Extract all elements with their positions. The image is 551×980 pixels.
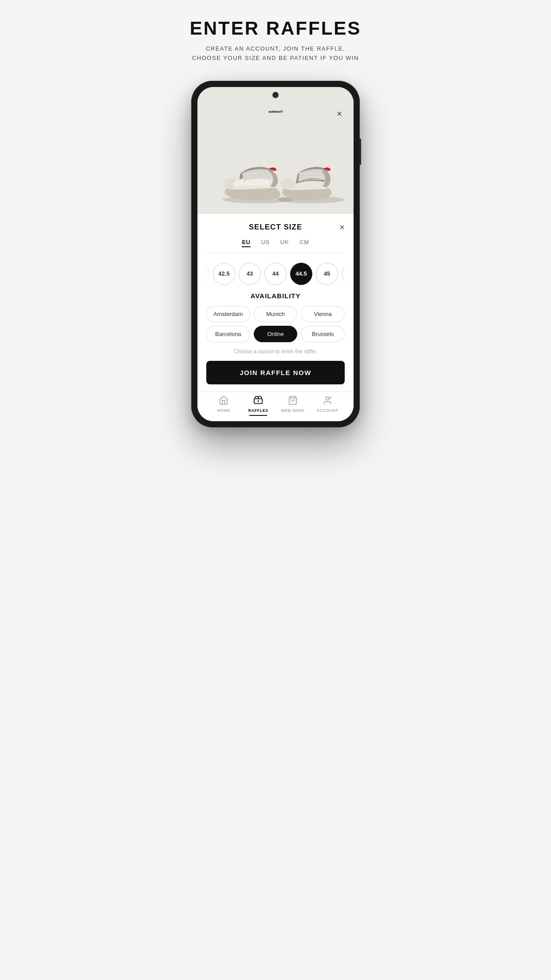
phone-screen: solebox® × bbox=[197, 87, 354, 421]
size-tab-uk[interactable]: UK bbox=[280, 239, 289, 247]
close-sheet-button[interactable]: × bbox=[339, 223, 345, 232]
bottom-nav: HOME RAFFLES bbox=[206, 392, 345, 421]
size-42-5[interactable]: 42.5 bbox=[213, 263, 235, 285]
account-icon bbox=[323, 395, 332, 407]
nav-account-label: ACCOUNT bbox=[317, 408, 338, 413]
status-bar bbox=[197, 87, 354, 103]
nav-raffles-label: RAFFLES bbox=[248, 408, 268, 413]
location-online[interactable]: Online bbox=[254, 326, 298, 342]
camera-notch bbox=[272, 92, 279, 98]
raffle-hint: Choose a source to enter the raffle. bbox=[206, 348, 345, 355]
size-43[interactable]: 43 bbox=[239, 263, 261, 285]
nav-webshop[interactable]: WEB SHOP bbox=[276, 395, 310, 416]
nav-webshop-label: WEB SHOP bbox=[281, 408, 304, 413]
location-munich[interactable]: Munich bbox=[254, 306, 298, 322]
app-logo: solebox® bbox=[268, 107, 283, 119]
close-header-button[interactable]: × bbox=[333, 108, 346, 120]
sheet-title: SELECT SIZE bbox=[249, 223, 303, 232]
raffles-icon bbox=[253, 395, 263, 407]
size-tab-cm[interactable]: CM bbox=[299, 239, 309, 247]
location-amsterdam[interactable]: Amsterdam bbox=[206, 306, 250, 322]
page-subtitle: CREATE AN ACCOUNT, JOIN THE RAFFLE, CHOO… bbox=[190, 44, 362, 63]
bottom-sheet: SELECT SIZE × EU US UK CM 42 42.5 43 44 … bbox=[197, 214, 354, 421]
size-44-5[interactable]: 44.5 bbox=[290, 263, 312, 285]
size-44[interactable]: 44 bbox=[264, 263, 287, 285]
nav-home[interactable]: HOME bbox=[206, 395, 241, 416]
svg-point-11 bbox=[326, 396, 329, 399]
size-45[interactable]: 45 bbox=[316, 263, 338, 285]
account-underline bbox=[319, 415, 336, 416]
location-vienna[interactable]: Vienna bbox=[301, 306, 345, 322]
availability-title: AVAILABILITY bbox=[206, 292, 345, 300]
location-brussels[interactable]: Brussels bbox=[301, 326, 345, 342]
raffles-underline bbox=[249, 415, 267, 416]
size-42[interactable]: 42 bbox=[206, 263, 209, 285]
webshop-icon bbox=[288, 395, 298, 407]
page-title: ENTER RAFFLES bbox=[190, 18, 362, 39]
nav-raffles[interactable]: RAFFLES bbox=[241, 395, 276, 416]
size-tab-us[interactable]: US bbox=[261, 239, 270, 247]
location-grid-row2: Barcelona Online Brussels bbox=[206, 326, 345, 342]
sheet-header: SELECT SIZE × bbox=[206, 223, 345, 232]
size-tab-eu[interactable]: EU bbox=[242, 239, 250, 247]
sneaker-image-area bbox=[197, 125, 354, 214]
nav-account[interactable]: ACCOUNT bbox=[310, 395, 345, 416]
home-underline bbox=[215, 415, 232, 416]
location-grid-row1: Amsterdam Munich Vienna bbox=[206, 306, 345, 322]
nav-home-label: HOME bbox=[217, 408, 230, 413]
size-46[interactable]: 46 bbox=[342, 263, 345, 285]
webshop-underline bbox=[284, 415, 302, 416]
location-barcelona[interactable]: Barcelona bbox=[206, 326, 250, 342]
home-icon bbox=[219, 395, 228, 407]
size-row: 42 42.5 43 44 44.5 45 46 bbox=[206, 261, 345, 292]
app-header: solebox® × bbox=[197, 103, 354, 125]
join-raffle-button[interactable]: JOIN RAFFLE NOW bbox=[206, 361, 345, 384]
size-tabs: EU US UK CM bbox=[206, 239, 345, 253]
phone-frame: solebox® × bbox=[191, 81, 360, 427]
sneaker-illustration bbox=[205, 134, 346, 205]
page-header: ENTER RAFFLES CREATE AN ACCOUNT, JOIN TH… bbox=[190, 18, 362, 63]
